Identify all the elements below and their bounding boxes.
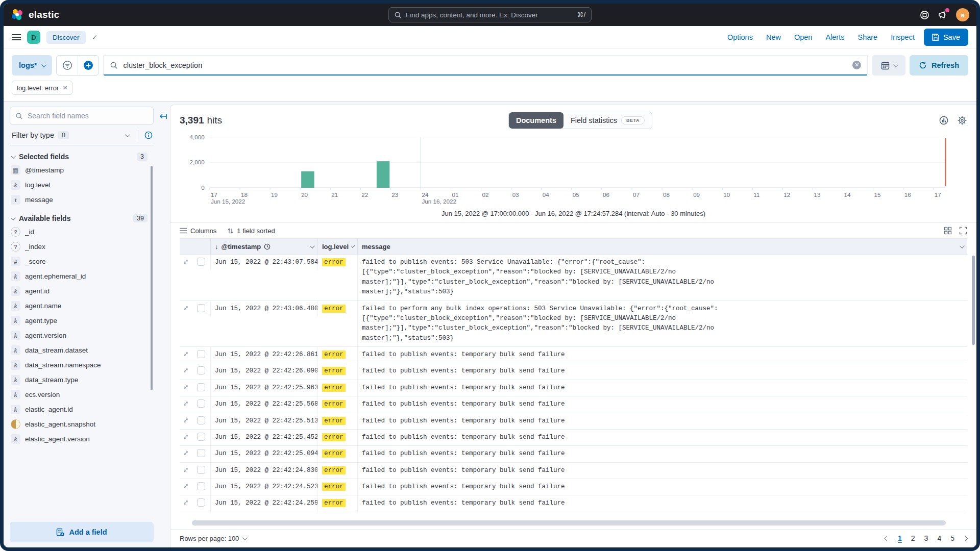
info-icon[interactable] xyxy=(144,131,153,139)
elastic-logo[interactable]: elastic xyxy=(11,8,60,21)
global-search-input[interactable]: Find apps, content, and more. Ex: Discov… xyxy=(388,7,592,22)
add-field-button[interactable]: Add a field xyxy=(10,522,154,542)
field-item[interactable]: ?_id xyxy=(10,224,149,239)
row-checkbox[interactable] xyxy=(197,416,205,424)
previous-page-icon[interactable] xyxy=(885,536,890,541)
field-item[interactable]: kagent.name xyxy=(10,298,149,313)
query-input[interactable] xyxy=(123,61,847,69)
selected-fields-header[interactable]: Selected fields 3 xyxy=(11,153,148,161)
add-field-label: Add a field xyxy=(69,528,107,536)
collapse-sidebar-button[interactable] xyxy=(159,111,168,122)
filter-pill[interactable]: log.level: error ✕ xyxy=(12,81,72,95)
fullscreen-button[interactable] xyxy=(959,227,967,235)
page-button-3[interactable]: 3 xyxy=(924,534,928,542)
field-item[interactable]: kelastic_agent.version xyxy=(10,432,149,446)
user-menu-button[interactable]: e xyxy=(956,8,969,21)
page-button-1[interactable]: 1 xyxy=(898,534,902,542)
add-filter-button[interactable] xyxy=(78,56,99,75)
expand-row-button[interactable] xyxy=(180,350,193,357)
field-label: _index xyxy=(25,243,45,251)
field-item[interactable]: kdata_stream.dataset xyxy=(10,343,149,358)
save-button[interactable]: Save xyxy=(924,29,968,46)
expand-row-button[interactable] xyxy=(180,498,193,506)
date-picker-button[interactable] xyxy=(872,55,905,76)
row-checkbox[interactable] xyxy=(197,304,205,312)
filter-by-type[interactable]: Filter by type 0 xyxy=(10,125,154,145)
field-item[interactable]: kelastic_agent.id xyxy=(10,402,149,417)
available-fields-header[interactable]: Available fields 39 xyxy=(11,214,148,222)
column-header-message[interactable]: message xyxy=(357,239,967,254)
row-checkbox[interactable] xyxy=(197,433,205,441)
expand-row-button[interactable] xyxy=(180,366,193,373)
row-checkbox[interactable] xyxy=(197,466,205,474)
expand-row-button[interactable] xyxy=(180,304,193,311)
columns-button[interactable]: Columns xyxy=(180,227,216,235)
row-checkbox[interactable] xyxy=(197,366,205,374)
field-item[interactable]: #_score xyxy=(10,254,149,269)
expand-row-button[interactable] xyxy=(180,399,193,407)
hide-chart-button[interactable] xyxy=(939,115,949,126)
tab-documents[interactable]: Documents xyxy=(509,112,564,129)
row-checkbox[interactable] xyxy=(197,383,205,391)
expand-row-button[interactable] xyxy=(180,433,193,440)
column-header-timestamp[interactable]: ↓ @timestamp xyxy=(210,239,317,254)
field-item[interactable]: kagent.type xyxy=(10,313,149,328)
row-checkbox[interactable] xyxy=(197,482,205,490)
display-options-button[interactable] xyxy=(944,227,952,235)
row-checkbox[interactable] xyxy=(197,350,205,358)
page-button-2[interactable]: 2 xyxy=(911,534,915,542)
cell-timestamp: Jun 15, 2022 @ 22:42:24.523 xyxy=(210,479,317,495)
refresh-button[interactable]: Refresh xyxy=(910,55,968,76)
nav-link-share[interactable]: Share xyxy=(857,33,877,41)
breadcrumb[interactable]: Discover xyxy=(46,31,86,44)
nav-link-open[interactable]: Open xyxy=(794,33,812,41)
page-button-5[interactable]: 5 xyxy=(950,534,954,542)
expand-row-button[interactable] xyxy=(180,449,193,456)
chart-options-button[interactable] xyxy=(957,115,967,126)
page-button-4[interactable]: 4 xyxy=(937,534,941,542)
nav-link-new[interactable]: New xyxy=(766,33,781,41)
horizontal-scrollbar[interactable] xyxy=(192,520,946,525)
sort-fields-button[interactable]: 1 field sorted xyxy=(228,227,275,235)
field-item[interactable]: kagent.version xyxy=(10,328,149,343)
row-checkbox[interactable] xyxy=(197,498,205,507)
row-checkbox[interactable] xyxy=(197,399,205,408)
field-item[interactable]: kagent.ephemeral_id xyxy=(10,269,149,284)
row-checkbox[interactable] xyxy=(197,258,205,266)
sidebar-scrollbar[interactable] xyxy=(151,166,153,390)
grid-scrollbar[interactable] xyxy=(972,256,975,345)
field-item[interactable]: ▦@timestamp xyxy=(10,163,149,178)
clear-query-button[interactable]: ✕ xyxy=(852,61,861,69)
field-item[interactable]: kdata_stream.namespace xyxy=(10,358,149,372)
field-item[interactable]: ◐elastic_agent.snapshot xyxy=(10,417,149,432)
row-checkbox[interactable] xyxy=(197,449,205,457)
nav-link-alerts[interactable]: Alerts xyxy=(825,33,844,41)
field-search-input[interactable]: Search field names xyxy=(10,107,154,125)
next-page-icon[interactable] xyxy=(963,536,968,541)
saved-query-menu-button[interactable] xyxy=(57,56,78,75)
field-item[interactable]: ?_index xyxy=(10,239,149,254)
remove-filter-icon[interactable]: ✕ xyxy=(62,84,67,91)
column-header-loglevel[interactable]: log.level xyxy=(317,239,357,254)
help-button[interactable] xyxy=(920,10,929,20)
data-view-picker[interactable]: logs* xyxy=(12,55,52,76)
rows-per-page-button[interactable]: Rows per page: 100 xyxy=(180,535,246,542)
news-feed-button[interactable] xyxy=(938,10,948,20)
histogram-chart[interactable]: 02,0004,00017181920212223240102030405060… xyxy=(180,132,967,207)
field-item[interactable]: klog.level xyxy=(10,178,149,192)
nav-link-inspect[interactable]: Inspect xyxy=(891,33,915,41)
menu-icon[interactable] xyxy=(12,34,21,40)
space-avatar[interactable]: D xyxy=(27,31,40,44)
field-item[interactable]: kecs.version xyxy=(10,387,149,402)
expand-row-button[interactable] xyxy=(180,383,193,390)
field-item[interactable]: kdata_stream.type xyxy=(10,372,149,387)
tab-field-statistics[interactable]: Field statistics BETA xyxy=(564,112,652,129)
expand-row-button[interactable] xyxy=(180,466,193,473)
nav-link-options[interactable]: Options xyxy=(727,33,753,41)
field-item[interactable]: kagent.id xyxy=(10,284,149,298)
expand-row-button[interactable] xyxy=(180,482,193,489)
expand-row-button[interactable] xyxy=(180,258,193,265)
field-item[interactable]: tmessage xyxy=(10,192,149,207)
field-label: elastic_agent.id xyxy=(25,406,73,413)
expand-row-button[interactable] xyxy=(180,416,193,423)
